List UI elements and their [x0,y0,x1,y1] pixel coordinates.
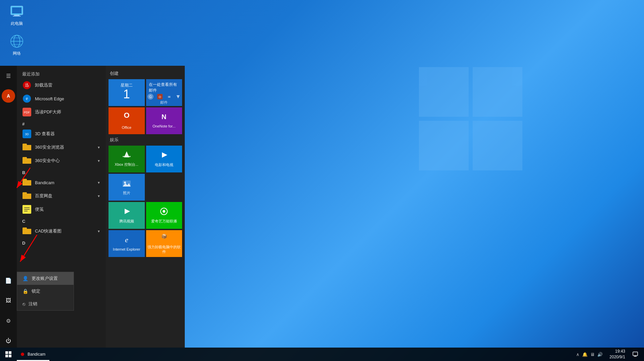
photos-label: 照片 [122,191,132,195]
svg-rect-3 [13,16,21,16]
xbox-label: Xbox 控制台... [114,162,140,167]
svg-text:N: N [162,113,166,120]
action-center-button[interactable] [629,348,641,361]
tray-notification-icon[interactable]: 🔔 [582,352,588,357]
tile-mail[interactable]: 在一处查看所有邮件 G O ✉ ▼ 邮件 [146,79,182,106]
user-avatar-icon[interactable]: A [2,89,15,103]
app-item-xundu-pdf[interactable]: PDF 迅读PDF大师 [17,105,106,119]
svg-rect-55 [5,355,8,357]
this-pc-label: 此电脑 [11,21,23,27]
tile-xbox[interactable]: Xbox 控制台... [109,146,145,172]
lock-item[interactable]: 🔒 锁定 [17,285,74,298]
app-item-360-security[interactable]: 360安全中心 ▼ [17,154,106,167]
recent-section-title: 最近添加 [17,69,106,79]
lock-label: 锁定 [32,288,40,294]
entertainment-section-title: 娱乐 [109,136,182,146]
office-tiles-grid: O Office N OneNote for... [109,107,182,134]
office-logo-icon: O [121,109,133,124]
app-item-notes[interactable]: 便笺 [17,203,106,216]
iqiyi-label: 爱奇艺万能联播 [150,219,178,223]
svg-text:O: O [159,95,161,99]
entertainment-tiles-grid: Xbox 控制台... 电影和电视 [109,146,182,201]
svg-text:e: e [26,96,28,101]
onenote-label: OneNote for... [151,124,177,128]
app-item-uninstall-xunlei[interactable]: 迅 卸载迅雷 [17,79,106,92]
letter-hash: # [17,119,106,127]
baidu-cloud-label: 百度网盘 [35,193,94,199]
taskbar-bandicam-label: Bandicam [28,352,45,357]
desktop: 此电脑 网络 ☰ A 📄 🖼 ⚙ ⏻ [0,0,644,361]
power-icon[interactable]: ⏻ [2,334,15,348]
taskbar-right: ∧ 🔔 🖥 🔊 19:43 2020/9/1 [573,348,644,361]
svg-text:📦: 📦 [161,234,167,239]
photos-tile-icon [121,177,133,191]
bandicam-expand-icon: ▼ [97,181,100,185]
svg-rect-1 [12,7,22,13]
tray-volume-icon[interactable]: 🔊 [597,352,603,357]
tile-uninstaller[interactable]: 📦 强力卸载电脑中的软件 [146,230,182,257]
bandicam-label: Bandicam [35,180,94,185]
svg-text:迅: 迅 [25,83,29,88]
video-tiles-grid: 腾讯视频 爱奇艺万能联播 [109,202,182,229]
desktop-icons: 此电脑 网络 [3,3,30,56]
app-item-360-browser[interactable]: 360安全浏览器 ▼ [17,141,106,154]
tiles-panel: 创建 星期二 1 在一处查看所有邮件 G O ✉ ▼ 邮件 [106,66,185,348]
this-pc-icon [9,3,25,19]
taskbar-items: Bandicam [17,348,573,361]
calendar-day-num: 1 [123,88,130,100]
create-section-title: 创建 [109,69,182,79]
start-button[interactable] [0,348,17,361]
clock-date: 2020/9/1 [609,354,625,360]
svg-text:O: O [124,111,129,119]
svg-point-38 [124,182,126,184]
desktop-icon-network[interactable]: 网络 [3,33,30,56]
tencent-video-label: 腾讯视频 [118,219,135,223]
uninstaller-label: 强力卸载电脑中的软件 [146,245,182,254]
app-item-edge[interactable]: e Microsoft Edge [17,92,106,105]
letter-d: D [17,238,106,246]
desktop-icon-this-pc[interactable]: 此电脑 [3,3,30,27]
tray-chevron-icon[interactable]: ∧ [576,352,579,357]
xundu-pdf-label: 迅读PDF大师 [35,109,100,115]
mail-label: 邮件 [160,100,168,105]
taskbar-item-bandicam[interactable]: Bandicam [17,348,49,361]
svg-text:✉: ✉ [168,95,171,99]
tray-network-icon[interactable]: 🖥 [590,352,595,357]
network-icon [9,33,25,49]
svg-rect-2 [14,15,19,16]
tile-photos[interactable]: 照片 [109,174,145,201]
edge-label: Microsoft Edge [35,96,100,101]
svg-rect-54 [9,351,11,354]
svg-text:e: e [125,236,128,244]
bandicam-icon [22,178,32,187]
clock-time: 19:43 [615,349,625,354]
document-icon[interactable]: 📄 [2,274,15,287]
cad-viewer-expand-icon: ▼ [97,229,100,233]
tile-tencent-video[interactable]: 腾讯视频 [109,202,145,229]
hamburger-menu-icon[interactable]: ☰ [2,69,15,83]
edge-icon: e [22,94,32,103]
xbox-icon [121,149,133,162]
360-browser-expand-icon: ▼ [97,146,100,149]
bandicam-dot-icon [21,353,24,356]
app-item-cad-viewer[interactable]: CAD快速看图 ▼ [17,224,106,238]
top-tiles-grid: 星期二 1 在一处查看所有邮件 G O ✉ ▼ 邮件 [109,79,182,106]
app-item-bandicam[interactable]: Bandicam ▼ [17,176,106,189]
tile-onenote[interactable]: N OneNote for... [146,107,182,134]
tile-iqiyi[interactable]: 爱奇艺万能联播 [146,202,182,229]
logout-item[interactable]: ⎋ 注销 [17,298,74,310]
photos-sidebar-icon[interactable]: 🖼 [2,294,15,307]
cad-viewer-label: CAD快速看图 [35,228,94,234]
svg-text:PDF: PDF [24,111,30,114]
app-item-3d-viewer[interactable]: 3D 3D 查看器 [17,127,106,141]
app-item-baidu-cloud[interactable]: 百度网盘 ▼ [17,189,106,203]
settings-icon[interactable]: ⚙ [2,314,15,327]
update-account-item[interactable]: 👤 更改账户设置 [17,272,74,285]
tile-ie[interactable]: e Internet Explorer [109,230,145,257]
3d-viewer-icon: 3D [22,129,32,139]
tile-calendar[interactable]: 星期二 1 [109,79,145,106]
tile-movies[interactable]: 电影和电视 [146,146,182,172]
uninstall-xunlei-icon: 迅 [22,81,32,90]
clock[interactable]: 19:43 2020/9/1 [607,349,628,360]
tile-office[interactable]: O Office [109,107,145,134]
